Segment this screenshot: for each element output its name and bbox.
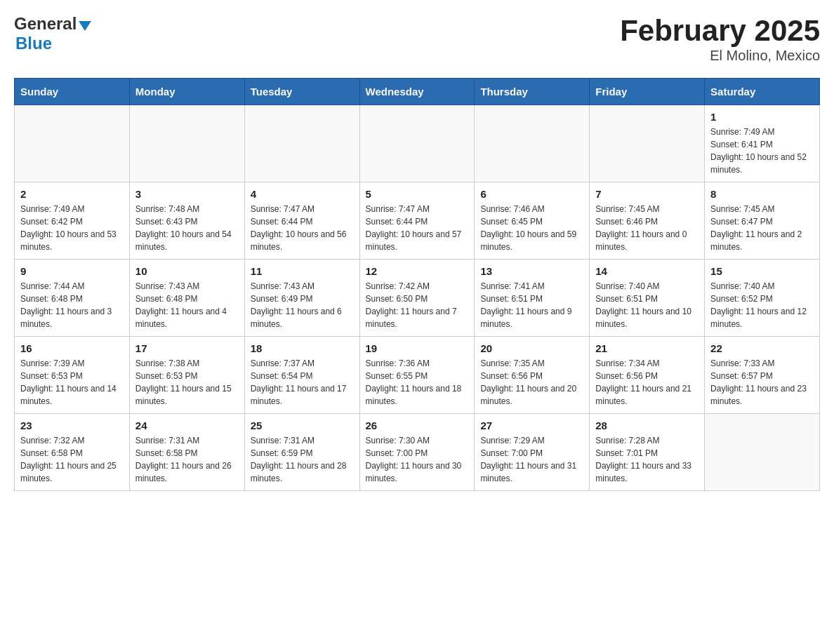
- day-info: Sunrise: 7:29 AMSunset: 7:00 PMDaylight:…: [480, 434, 583, 485]
- table-row: 8Sunrise: 7:45 AMSunset: 6:47 PMDaylight…: [705, 182, 820, 260]
- header-friday: Friday: [590, 79, 705, 105]
- table-row: 12Sunrise: 7:42 AMSunset: 6:50 PMDayligh…: [359, 260, 475, 337]
- sunrise-text: Sunrise: 7:46 AM: [480, 203, 583, 215]
- sunset-text: Sunset: 6:53 PM: [20, 370, 124, 382]
- table-row: [590, 105, 705, 182]
- daylight-text: Daylight: 11 hours and 9 minutes.: [480, 305, 583, 330]
- table-row: 4Sunrise: 7:47 AMSunset: 6:44 PMDaylight…: [244, 182, 359, 260]
- sunset-text: Sunset: 6:54 PM: [251, 370, 354, 382]
- table-row: [705, 414, 820, 491]
- day-info: Sunrise: 7:38 AMSunset: 6:53 PMDaylight:…: [135, 357, 239, 408]
- day-info: Sunrise: 7:31 AMSunset: 6:58 PMDaylight:…: [135, 434, 239, 485]
- calendar-week-row: 2Sunrise: 7:49 AMSunset: 6:42 PMDaylight…: [15, 182, 820, 260]
- day-number: 2: [20, 188, 124, 200]
- day-info: Sunrise: 7:32 AMSunset: 6:58 PMDaylight:…: [20, 434, 124, 485]
- sunset-text: Sunset: 7:01 PM: [595, 447, 699, 459]
- calendar-week-row: 16Sunrise: 7:39 AMSunset: 6:53 PMDayligh…: [15, 337, 820, 414]
- sunset-text: Sunset: 6:55 PM: [366, 370, 469, 382]
- table-row: 14Sunrise: 7:40 AMSunset: 6:51 PMDayligh…: [590, 260, 705, 337]
- header-tuesday: Tuesday: [244, 79, 359, 105]
- calendar-title: February 2025: [620, 14, 820, 48]
- sunrise-text: Sunrise: 7:40 AM: [595, 280, 699, 293]
- day-number: 24: [135, 420, 239, 431]
- sunset-text: Sunset: 6:57 PM: [710, 370, 814, 382]
- daylight-text: Daylight: 10 hours and 57 minutes.: [366, 228, 469, 253]
- daylight-text: Daylight: 11 hours and 4 minutes.: [135, 305, 239, 330]
- table-row: 25Sunrise: 7:31 AMSunset: 6:59 PMDayligh…: [244, 414, 359, 491]
- day-number: 15: [710, 265, 814, 277]
- table-row: 9Sunrise: 7:44 AMSunset: 6:48 PMDaylight…: [15, 260, 130, 337]
- daylight-text: Daylight: 11 hours and 31 minutes.: [480, 459, 583, 485]
- sunrise-text: Sunrise: 7:37 AM: [251, 357, 354, 370]
- daylight-text: Daylight: 10 hours and 53 minutes.: [20, 228, 124, 253]
- day-number: 4: [251, 188, 354, 200]
- sunrise-text: Sunrise: 7:42 AM: [366, 280, 469, 293]
- daylight-text: Daylight: 11 hours and 17 minutes.: [251, 382, 354, 408]
- logo-arrow-icon: [79, 21, 91, 31]
- day-info: Sunrise: 7:30 AMSunset: 7:00 PMDaylight:…: [366, 434, 469, 485]
- day-number: 20: [480, 342, 583, 354]
- daylight-text: Daylight: 11 hours and 14 minutes.: [20, 382, 124, 408]
- day-info: Sunrise: 7:33 AMSunset: 6:57 PMDaylight:…: [710, 357, 814, 408]
- sunrise-text: Sunrise: 7:32 AM: [20, 434, 124, 447]
- day-info: Sunrise: 7:44 AMSunset: 6:48 PMDaylight:…: [20, 280, 124, 330]
- daylight-text: Daylight: 11 hours and 10 minutes.: [595, 305, 699, 330]
- header-sunday: Sunday: [15, 79, 130, 105]
- sunrise-text: Sunrise: 7:49 AM: [710, 126, 814, 138]
- sunrise-text: Sunrise: 7:43 AM: [135, 280, 239, 293]
- sunrise-text: Sunrise: 7:31 AM: [251, 434, 354, 447]
- table-row: 15Sunrise: 7:40 AMSunset: 6:52 PMDayligh…: [705, 260, 820, 337]
- sunrise-text: Sunrise: 7:49 AM: [20, 203, 124, 215]
- day-number: 1: [710, 111, 814, 123]
- logo-blue-text: Blue: [15, 34, 52, 53]
- sunrise-text: Sunrise: 7:33 AM: [710, 357, 814, 370]
- table-row: 5Sunrise: 7:47 AMSunset: 6:44 PMDaylight…: [359, 182, 475, 260]
- table-row: 26Sunrise: 7:30 AMSunset: 7:00 PMDayligh…: [359, 414, 475, 491]
- day-number: 6: [480, 188, 583, 200]
- table-row: 23Sunrise: 7:32 AMSunset: 6:58 PMDayligh…: [15, 414, 130, 491]
- day-number: 22: [710, 342, 814, 354]
- header-monday: Monday: [129, 79, 244, 105]
- title-block: February 2025 El Molino, Mexico: [620, 14, 820, 64]
- day-number: 5: [366, 188, 469, 200]
- day-info: Sunrise: 7:49 AMSunset: 6:42 PMDaylight:…: [20, 203, 124, 253]
- sunset-text: Sunset: 6:56 PM: [595, 370, 699, 382]
- table-row: 13Sunrise: 7:41 AMSunset: 6:51 PMDayligh…: [475, 260, 590, 337]
- day-number: 26: [366, 420, 469, 431]
- sunrise-text: Sunrise: 7:48 AM: [135, 203, 239, 215]
- day-number: 13: [480, 265, 583, 277]
- daylight-text: Daylight: 11 hours and 2 minutes.: [710, 228, 814, 253]
- sunset-text: Sunset: 6:42 PM: [20, 215, 124, 228]
- day-info: Sunrise: 7:37 AMSunset: 6:54 PMDaylight:…: [251, 357, 354, 408]
- day-info: Sunrise: 7:39 AMSunset: 6:53 PMDaylight:…: [20, 357, 124, 408]
- table-row: 6Sunrise: 7:46 AMSunset: 6:45 PMDaylight…: [475, 182, 590, 260]
- day-number: 7: [595, 188, 699, 200]
- daylight-text: Daylight: 11 hours and 30 minutes.: [366, 459, 469, 485]
- sunset-text: Sunset: 6:45 PM: [480, 215, 583, 228]
- day-number: 8: [710, 188, 814, 200]
- day-info: Sunrise: 7:28 AMSunset: 7:01 PMDaylight:…: [595, 434, 699, 485]
- sunrise-text: Sunrise: 7:34 AM: [595, 357, 699, 370]
- day-number: 14: [595, 265, 699, 277]
- daylight-text: Daylight: 11 hours and 28 minutes.: [251, 459, 354, 485]
- day-info: Sunrise: 7:47 AMSunset: 6:44 PMDaylight:…: [251, 203, 354, 253]
- sunset-text: Sunset: 7:00 PM: [480, 447, 583, 459]
- day-info: Sunrise: 7:49 AMSunset: 6:41 PMDaylight:…: [710, 126, 814, 176]
- daylight-text: Daylight: 11 hours and 7 minutes.: [366, 305, 469, 330]
- day-number: 3: [135, 188, 239, 200]
- day-number: 17: [135, 342, 239, 354]
- sunrise-text: Sunrise: 7:35 AM: [480, 357, 583, 370]
- table-row: 7Sunrise: 7:45 AMSunset: 6:46 PMDaylight…: [590, 182, 705, 260]
- day-number: 16: [20, 342, 124, 354]
- sunset-text: Sunset: 6:58 PM: [20, 447, 124, 459]
- daylight-text: Daylight: 10 hours and 54 minutes.: [135, 228, 239, 253]
- sunrise-text: Sunrise: 7:36 AM: [366, 357, 469, 370]
- daylight-text: Daylight: 11 hours and 3 minutes.: [20, 305, 124, 330]
- sunset-text: Sunset: 6:51 PM: [480, 293, 583, 305]
- calendar-week-row: 1Sunrise: 7:49 AMSunset: 6:41 PMDaylight…: [15, 105, 820, 182]
- table-row: 19Sunrise: 7:36 AMSunset: 6:55 PMDayligh…: [359, 337, 475, 414]
- sunrise-text: Sunrise: 7:44 AM: [20, 280, 124, 293]
- sunset-text: Sunset: 6:58 PM: [135, 447, 239, 459]
- day-info: Sunrise: 7:45 AMSunset: 6:46 PMDaylight:…: [595, 203, 699, 253]
- table-row: [129, 105, 244, 182]
